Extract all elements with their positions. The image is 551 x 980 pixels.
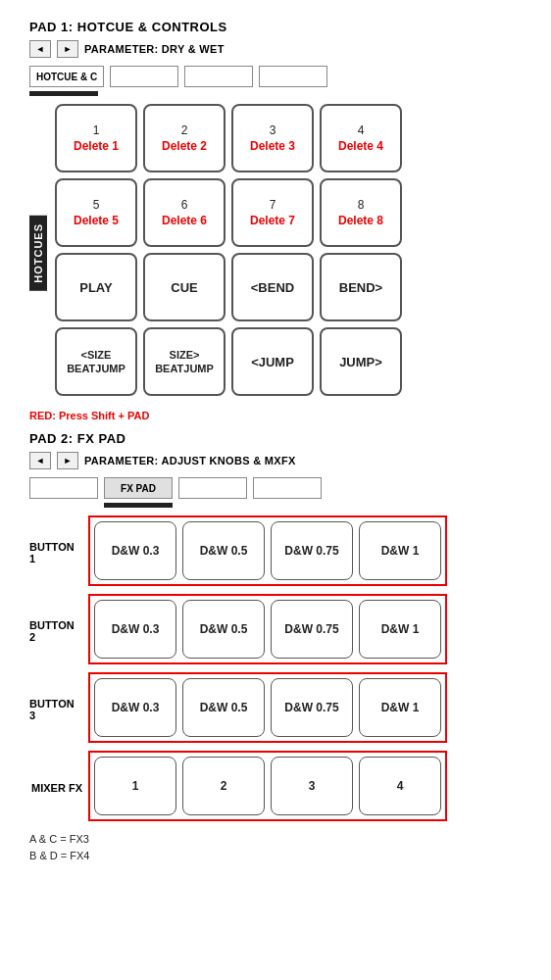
pad1-tab-row: HOTCUE & C [29,66,522,87]
pad2-title: PAD 2: FX PAD [29,431,522,446]
pad1-tab-3[interactable] [259,66,327,87]
pad2-footnote: A & C = FX3 B & D = FX4 [29,831,522,863]
pad-6[interactable]: 6 Delete 6 [143,178,225,247]
pad-size-right[interactable]: SIZE> BEATJUMP [143,327,225,396]
pad2-b2-pad3[interactable]: D&W 0.75 [271,600,353,659]
pad-cue[interactable]: CUE [143,253,225,321]
pad2-underline-2 [178,503,247,508]
pad-2[interactable]: 2 Delete 2 [143,104,225,172]
pad-jump-right[interactable]: JUMP> [320,327,402,396]
pad2-param-label: PARAMETER: ADJUST KNOBS & MXFX [84,455,296,466]
pad2-tab-row: FX PAD [29,477,522,499]
pad-play[interactable]: PLAY [55,253,137,321]
pad-7[interactable]: 7 Delete 7 [231,178,314,247]
pad2-button3-label: BUTTON 3 [29,675,88,744]
pad2-button3-block: BUTTON 3 D&W 0.3 D&W 0.5 D&W 0.75 D&W 1 [29,672,522,747]
pad1-control-row-2: <SIZE BEATJUMP SIZE> BEATJUMP <JUMP JUMP… [55,327,522,396]
pad2-mixerfx-block: MIXER FX 1 2 3 4 [29,751,522,825]
pad1-underline-0 [29,91,98,96]
pad1-underline-2 [178,91,247,96]
pad2-b1-pad4[interactable]: D&W 1 [359,521,441,580]
pad2-mixerfx-pads: 1 2 3 4 [88,751,447,821]
pad2-section: PAD 2: FX PAD ◄ ► PARAMETER: ADJUST KNOB… [29,431,522,863]
pad2-mfx-pad2[interactable]: 2 [182,757,265,815]
pad1-tab-underlines [29,91,522,96]
pad2-tab-1[interactable]: FX PAD [104,477,173,499]
pad1-hotcues-pads: 1 Delete 1 2 Delete 2 3 Delete 3 4 Delet… [55,104,522,402]
pad2-b3-pad1[interactable]: D&W 0.3 [94,678,176,737]
pad2-b3-pad3[interactable]: D&W 0.75 [271,678,353,737]
pad1-red-note: RED: Press Shift + PAD [29,410,522,421]
pad2-b1-pad3[interactable]: D&W 0.75 [271,521,353,580]
pad2-prev-btn[interactable]: ◄ [29,452,51,469]
pad2-button2-pads: D&W 0.3 D&W 0.5 D&W 0.75 D&W 1 [88,594,447,664]
pad1-underline-1 [104,91,173,96]
pad-5[interactable]: 5 Delete 5 [55,178,137,247]
pad2-next-btn[interactable]: ► [57,452,78,469]
pad-4[interactable]: 4 Delete 4 [320,104,402,172]
pad-size-left[interactable]: <SIZE BEATJUMP [55,327,137,396]
pad1-row-2: 5 Delete 5 6 Delete 6 7 Delete 7 8 Delet… [55,178,522,247]
pad1-title: PAD 1: HOTCUE & CONTROLS [29,20,522,34]
pad2-underline-0 [29,503,98,508]
pad-8[interactable]: 8 Delete 8 [320,178,402,247]
pad-3[interactable]: 3 Delete 3 [231,104,314,172]
pad2-tab-underlines [29,503,522,508]
pad1-param-label: PARAMETER: DRY & WET [84,43,225,55]
pad2-tab-0[interactable] [29,477,98,499]
pad1-section: PAD 1: HOTCUE & CONTROLS ◄ ► PARAMETER: … [29,20,522,421]
pad2-b1-pad1[interactable]: D&W 0.3 [94,521,176,580]
pad2-b3-pad2[interactable]: D&W 0.5 [182,678,265,737]
pad2-tab-3[interactable] [253,477,322,499]
pad1-side-label-col: HOTCUES [29,104,47,402]
pad2-button1-block: BUTTON 1 D&W 0.3 D&W 0.5 D&W 0.75 D&W 1 [29,515,522,590]
pad1-tab-0[interactable]: HOTCUE & C [29,66,104,87]
pad2-b3-pad4[interactable]: D&W 1 [359,678,441,737]
pad1-tab-2[interactable] [184,66,253,87]
pad2-button2-label: BUTTON 2 [29,597,88,665]
pad2-parameter-row: ◄ ► PARAMETER: ADJUST KNOBS & MXFX [29,452,522,469]
pad-1[interactable]: 1 Delete 1 [55,104,137,172]
pad2-b2-pad2[interactable]: D&W 0.5 [182,600,265,659]
pad2-underline-1 [104,503,173,508]
pad2-b1-pad2[interactable]: D&W 0.5 [182,521,265,580]
pad2-tab-2[interactable] [178,477,247,499]
pad2-fx-rows: BUTTON 1 D&W 0.3 D&W 0.5 D&W 0.75 D&W 1 … [29,515,522,825]
pad1-tab-1[interactable] [110,66,178,87]
pad1-parameter-row: ◄ ► PARAMETER: DRY & WET [29,40,522,58]
pad2-mfx-pad4[interactable]: 4 [359,757,441,815]
pad2-mixerfx-label: MIXER FX [29,754,88,822]
pad1-row-1: 1 Delete 1 2 Delete 2 3 Delete 3 4 Delet… [55,104,522,172]
pad2-b2-pad4[interactable]: D&W 1 [359,600,441,659]
pad1-prev-btn[interactable]: ◄ [29,40,51,58]
pad-bend-right[interactable]: BEND> [320,253,402,321]
pad2-underline-3 [253,503,322,508]
pad-jump-left[interactable]: <JUMP [231,327,314,396]
pad1-side-label: HOTCUES [29,216,47,291]
pad2-mfx-pad1[interactable]: 1 [94,757,176,815]
pad1-control-row-1: PLAY CUE <BEND BEND> [55,253,522,321]
pad2-button2-block: BUTTON 2 D&W 0.3 D&W 0.5 D&W 0.75 D&W 1 [29,594,522,668]
pad2-b2-pad1[interactable]: D&W 0.3 [94,600,176,659]
pad1-next-btn[interactable]: ► [57,40,78,58]
pad1-underline-3 [253,91,322,96]
pad2-button1-pads: D&W 0.3 D&W 0.5 D&W 0.75 D&W 1 [88,515,447,586]
pad2-mfx-pad3[interactable]: 3 [271,757,353,815]
pad2-button1-label: BUTTON 1 [29,518,88,587]
pad1-hotcues-grid: HOTCUES 1 Delete 1 2 Delete 2 3 Delete 3… [29,104,522,402]
pad-bend-left[interactable]: <BEND [231,253,314,321]
pad2-button3-pads: D&W 0.3 D&W 0.5 D&W 0.75 D&W 1 [88,672,447,743]
